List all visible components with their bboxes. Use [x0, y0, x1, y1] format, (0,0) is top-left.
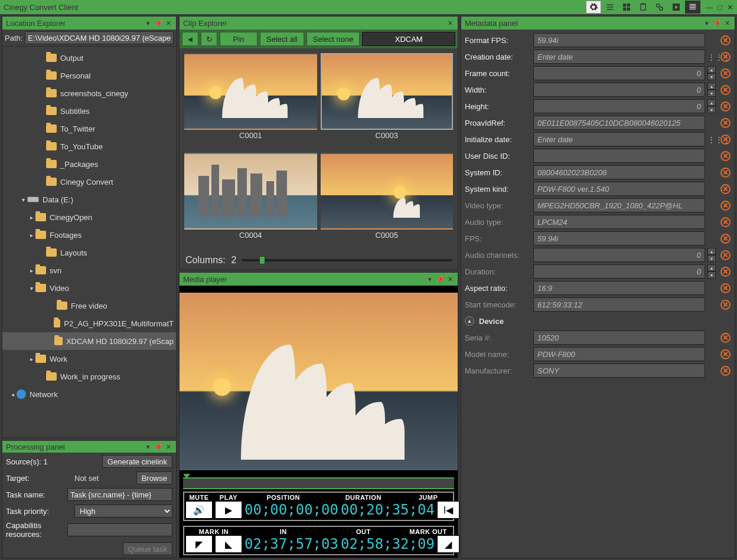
back-button[interactable]: ◄: [182, 32, 198, 46]
spinner[interactable]: ▲▼: [707, 99, 716, 113]
close-icon[interactable]: ✕: [723, 19, 731, 27]
columns-slider[interactable]: [242, 259, 452, 261]
clip-item[interactable]: C0003: [321, 53, 454, 149]
tree-node[interactable]: ▸svn: [2, 261, 176, 279]
metadata-value[interactable]: 0: [533, 66, 705, 80]
clipboard-icon[interactable]: [635, 1, 651, 14]
tree-node[interactable]: ▾Video: [2, 279, 176, 297]
clear-button[interactable]: [720, 52, 731, 62]
tree-node[interactable]: Free video: [2, 297, 176, 315]
metadata-value[interactable]: Enter date: [533, 132, 705, 146]
tree-node[interactable]: ▸Footages: [2, 226, 176, 244]
metadata-value[interactable]: 08004602023B0208: [533, 165, 705, 179]
metadata-value[interactable]: SONY: [533, 363, 705, 378]
metadata-value[interactable]: 0: [533, 264, 705, 279]
metadata-value[interactable]: Enter date: [533, 50, 705, 64]
dropdown-icon[interactable]: ▾: [144, 443, 152, 451]
spinner[interactable]: ▲▼: [707, 66, 716, 80]
task-priority-select[interactable]: High: [74, 505, 172, 518]
collapse-icon[interactable]: ▲: [465, 316, 474, 326]
pin-icon[interactable]: 📌: [713, 19, 721, 27]
clear-button[interactable]: [720, 217, 731, 227]
path-input[interactable]: [25, 31, 174, 44]
pin-button[interactable]: Pin: [220, 32, 257, 46]
clear-button[interactable]: [720, 35, 731, 45]
dropdown-icon[interactable]: ▾: [703, 19, 711, 27]
clear-button[interactable]: [720, 101, 731, 112]
clear-button[interactable]: [720, 349, 731, 359]
mark-out-a-button[interactable]: ◢: [437, 535, 459, 553]
tree-node[interactable]: Personal: [2, 67, 176, 84]
dropdown-icon[interactable]: ▾: [426, 276, 434, 283]
close-icon[interactable]: ✕: [727, 3, 733, 12]
tree-node[interactable]: ◂Network: [2, 385, 176, 403]
close-icon[interactable]: ✕: [164, 19, 172, 27]
tree-node[interactable]: screenshots_cinegy: [2, 84, 176, 102]
clear-button[interactable]: [720, 234, 731, 244]
tree-node[interactable]: To_Twitter: [2, 120, 176, 137]
mute-button[interactable]: 🔊: [185, 501, 213, 519]
pin-icon[interactable]: 📌: [154, 443, 162, 451]
list-icon[interactable]: [602, 1, 618, 14]
metadata-value[interactable]: 0E011E00875405C10DCB080046020125: [533, 116, 705, 130]
clear-button[interactable]: [720, 366, 731, 376]
timeline[interactable]: [183, 477, 454, 489]
spinner[interactable]: ▲▼: [707, 248, 716, 262]
clear-button[interactable]: [720, 267, 731, 277]
select-all-button[interactable]: Select all: [260, 32, 304, 46]
queue-task-button[interactable]: Queue task: [123, 542, 173, 555]
clear-button[interactable]: [720, 300, 731, 310]
browse-button[interactable]: Browse: [136, 471, 172, 484]
clear-button[interactable]: [720, 250, 731, 260]
tree-node[interactable]: P2_AG_HPX301E_MultiformatT: [2, 315, 176, 332]
grid-icon[interactable]: ⋮⋮⋮: [707, 53, 718, 61]
grid-icon[interactable]: [619, 1, 634, 14]
gears-icon[interactable]: [652, 1, 667, 14]
minimize-icon[interactable]: —: [705, 3, 713, 12]
mark-in-b-button[interactable]: ◣: [215, 535, 242, 553]
maximize-icon[interactable]: □: [718, 3, 722, 12]
tree-node[interactable]: Subtitles: [2, 102, 176, 120]
jump-start-button[interactable]: I◀: [437, 501, 459, 519]
grid-icon[interactable]: ⋮⋮⋮: [707, 135, 718, 144]
metadata-value[interactable]: 0: [533, 248, 705, 262]
tree-node[interactable]: ▸Work: [2, 350, 176, 368]
tree-node[interactable]: To_YouTube: [2, 137, 176, 155]
clip-item[interactable]: C0001: [184, 53, 317, 149]
generate-cinelink-button[interactable]: Generate cinelink: [102, 455, 172, 468]
clear-button[interactable]: [720, 283, 731, 293]
select-none-button[interactable]: Select none: [306, 32, 360, 46]
close-icon[interactable]: ✕: [446, 276, 454, 283]
task-name-input[interactable]: [67, 488, 172, 501]
play-icon[interactable]: [668, 1, 684, 14]
clear-button[interactable]: [720, 118, 731, 128]
metadata-value[interactable]: 0: [533, 99, 705, 113]
clear-button[interactable]: [720, 333, 731, 343]
tree-node[interactable]: _Packages: [2, 155, 176, 173]
pin-icon[interactable]: 📌: [154, 19, 162, 27]
clear-button[interactable]: [720, 151, 731, 161]
dropdown-icon[interactable]: ▾: [144, 19, 152, 27]
metadata-value[interactable]: 10520: [533, 330, 705, 345]
close-icon[interactable]: ✕: [164, 443, 172, 451]
spinner[interactable]: ▲▼: [707, 264, 716, 279]
metadata-value[interactable]: 59.94i: [533, 33, 705, 47]
metadata-value[interactable]: 16:9: [533, 281, 705, 295]
tree-node[interactable]: Cinegy Convert: [2, 173, 176, 191]
tree-node[interactable]: ▾Data (E:): [2, 191, 176, 208]
metadata-value[interactable]: 612:59:33:12: [533, 297, 705, 312]
metadata-value[interactable]: 59.94i: [533, 231, 705, 245]
tree-node[interactable]: ▸CinegyOpen: [2, 208, 176, 226]
tree-node[interactable]: XDCAM HD 1080i29.97 (eScap: [2, 332, 176, 350]
tree-node[interactable]: Output: [2, 49, 176, 67]
tree-node[interactable]: Layouts: [2, 244, 176, 261]
clear-button[interactable]: [720, 168, 731, 178]
metadata-value[interactable]: MPEG2HD50CBR_1920_1080_422P@HL: [533, 198, 705, 212]
capabilities-input[interactable]: [67, 523, 172, 536]
metadata-value[interactable]: [533, 149, 705, 163]
clip-item[interactable]: C0005: [321, 153, 454, 249]
metadata-value[interactable]: 0: [533, 83, 705, 97]
metadata-value[interactable]: PDW-F800 ver.1.540: [533, 182, 705, 196]
spinner[interactable]: ▲▼: [707, 83, 716, 97]
metadata-value[interactable]: LPCM24: [533, 215, 705, 229]
